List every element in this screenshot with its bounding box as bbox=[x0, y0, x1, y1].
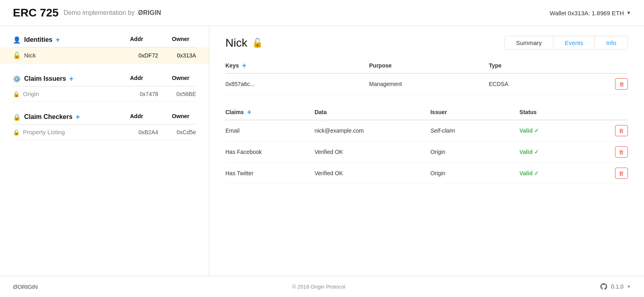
check-icon-1: ✓ bbox=[534, 149, 539, 155]
keys-col-header: Keys + bbox=[225, 62, 369, 69]
claim-action-1: 🗑 bbox=[609, 146, 628, 158]
claim-issuer-owner-origin: 0x56BE bbox=[168, 91, 196, 97]
trash-icon-claim-2: 🗑 bbox=[619, 170, 624, 176]
add-claim-issuer-button[interactable]: + bbox=[69, 75, 74, 82]
claim-data-0: nick@example.com bbox=[314, 127, 430, 134]
claim-issuer-name-origin: 🔒 Origin bbox=[13, 90, 126, 97]
issuer-col-header: Issuer bbox=[430, 109, 519, 115]
footer-origin-logo: ØORIGIN bbox=[13, 283, 38, 290]
lock-icon-2: 🔒 bbox=[13, 113, 21, 121]
claim-issuer-addr-origin: 0x7478 bbox=[126, 91, 158, 97]
lock-icon: 🔒 bbox=[13, 91, 20, 97]
claim-row-0: Email nick@example.com Self-claim Valid … bbox=[225, 120, 628, 141]
trash-icon-claim-1: 🗑 bbox=[619, 149, 624, 155]
identities-addr-col: Addr bbox=[130, 36, 153, 42]
identities-owner-col: Owner bbox=[172, 36, 194, 42]
claim-row-2: Has Twitter Verified OK Origin Valid ✓ 🗑 bbox=[225, 163, 628, 184]
claim-checkers-title: 🔒 Claim Checkers + bbox=[13, 113, 80, 121]
delete-claim-0-button[interactable]: 🗑 bbox=[615, 125, 628, 136]
type-col-header: Type bbox=[489, 62, 609, 69]
add-identity-button[interactable]: + bbox=[56, 36, 60, 43]
tab-summary[interactable]: Summary bbox=[505, 36, 553, 49]
claim-checkers-owner-col: Owner bbox=[172, 113, 194, 119]
claim-issuer-1: Origin bbox=[430, 149, 519, 155]
claim-issuers-section: ⚙️ Claim Issuers + Addr Owner 🔒 Origin 0… bbox=[13, 75, 196, 102]
claim-issuers-cols: Addr Owner bbox=[130, 75, 196, 81]
delete-key-0-button[interactable]: 🗑 bbox=[615, 78, 628, 90]
add-claim-checker-button[interactable]: + bbox=[76, 113, 80, 121]
claim-status-2: Valid ✓ bbox=[520, 170, 609, 176]
tabs-container: Summary Events Info bbox=[504, 36, 628, 50]
identity-item-nick[interactable]: 🔓 Nick 0xDF72 0x313A bbox=[0, 47, 209, 63]
add-key-button[interactable]: + bbox=[242, 62, 246, 69]
header-left: ERC 725 Demo implementation by ØRIGIN bbox=[13, 6, 161, 19]
claim-issuers-header: ⚙️ Claim Issuers + Addr Owner bbox=[13, 75, 196, 83]
claim-checker-owner-property: 0xCd5e bbox=[168, 129, 196, 135]
claim-checkers-addr-col: Addr bbox=[130, 113, 153, 119]
header: ERC 725 Demo implementation by ØRIGIN Wa… bbox=[0, 0, 644, 26]
keys-table: Keys + Purpose Type 0x857a6c... Manageme… bbox=[225, 58, 628, 95]
add-claim-button[interactable]: + bbox=[247, 109, 252, 116]
claim-issuers-title: ⚙️ Claim Issuers + bbox=[13, 75, 74, 83]
claim-action-2: 🗑 bbox=[609, 168, 628, 179]
identity-header: Nick 🔓 Summary Events Info bbox=[225, 36, 628, 50]
version-label: 0.1.0 bbox=[611, 283, 623, 290]
app-subtitle: Demo implementation by ØRIGIN bbox=[64, 9, 161, 16]
claim-issuers-addr-col: Addr bbox=[130, 75, 153, 81]
main-content: 👤 Identities + Addr Owner 🔓 Nick 0xDF72 … bbox=[0, 26, 644, 276]
trash-icon: 🗑 bbox=[619, 81, 624, 87]
keys-table-header: Keys + Purpose Type bbox=[225, 58, 628, 74]
claim-issuer-2: Origin bbox=[430, 170, 519, 176]
claim-name-1: Has Facebook bbox=[225, 149, 314, 155]
identity-unlock-icon: 🔓 bbox=[252, 38, 263, 48]
gear-icon: ⚙️ bbox=[13, 75, 21, 83]
purpose-col-header: Purpose bbox=[369, 62, 489, 69]
delete-claim-2-button[interactable]: 🗑 bbox=[615, 168, 628, 179]
wallet-label: Wallet 0x313A: 1.8969 ETH bbox=[550, 10, 624, 16]
data-col-header: Data bbox=[314, 109, 430, 115]
claim-issuer-0: Self-claim bbox=[430, 127, 519, 134]
identities-section-header: 👤 Identities + Addr Owner bbox=[13, 36, 196, 44]
identity-addr-nick: 0xDF72 bbox=[126, 52, 158, 59]
claim-data-2: Verified OK bbox=[314, 170, 430, 176]
claim-checkers-cols: Addr Owner bbox=[130, 113, 196, 119]
claim-checker-item-property[interactable]: 🔒 Property Listing 0xB2A4 0xCd5e bbox=[13, 125, 196, 140]
github-icon bbox=[600, 283, 608, 291]
claim-name-0: Email bbox=[225, 127, 314, 134]
claims-col-header: Claims + bbox=[225, 109, 314, 116]
left-panel: 👤 Identities + Addr Owner 🔓 Nick 0xDF72 … bbox=[0, 26, 209, 276]
identity-owner-nick: 0x313A bbox=[168, 52, 196, 59]
app-title: ERC 725 bbox=[13, 6, 59, 19]
claim-data-1: Verified OK bbox=[314, 149, 430, 155]
tab-events[interactable]: Events bbox=[553, 36, 595, 49]
claim-action-0: 🗑 bbox=[609, 125, 628, 136]
claims-table-header: Claims + Data Issuer Status bbox=[225, 104, 628, 120]
identities-title: 👤 Identities + bbox=[13, 36, 60, 44]
version-chevron-icon: ▼ bbox=[627, 284, 631, 289]
claim-name-2: Has Twitter bbox=[225, 170, 314, 176]
tab-info[interactable]: Info bbox=[595, 36, 627, 49]
wallet-selector[interactable]: Wallet 0x313A: 1.8969 ETH ▼ bbox=[550, 10, 631, 16]
key-row-0: 0x857a6c... Management ECDSA 🗑 bbox=[225, 74, 628, 95]
key-purpose-0: Management bbox=[369, 81, 489, 87]
trash-icon-claim-0: 🗑 bbox=[619, 128, 624, 134]
claim-checkers-header: 🔒 Claim Checkers + Addr Owner bbox=[13, 113, 196, 121]
identity-name-nick: 🔓 Nick bbox=[13, 51, 126, 59]
claim-checkers-section: 🔒 Claim Checkers + Addr Owner 🔒 Property… bbox=[13, 113, 196, 140]
claim-status-1: Valid ✓ bbox=[520, 149, 609, 155]
claim-checker-name-property: 🔒 Property Listing bbox=[13, 129, 126, 135]
delete-claim-1-button[interactable]: 🗑 bbox=[615, 146, 628, 158]
status-col-header: Status bbox=[520, 109, 609, 115]
claim-issuer-item-origin[interactable]: 🔒 Origin 0x7478 0x56BE bbox=[13, 86, 196, 102]
claim-issuers-owner-col: Owner bbox=[172, 75, 194, 81]
check-icon-2: ✓ bbox=[534, 170, 539, 176]
identity-display-name: Nick 🔓 bbox=[225, 37, 263, 49]
person-icon: 👤 bbox=[13, 36, 21, 44]
key-action-0: 🗑 bbox=[609, 78, 628, 90]
claims-table: Claims + Data Issuer Status Email nick@e… bbox=[225, 104, 628, 184]
claim-status-0: Valid ✓ bbox=[520, 127, 609, 134]
identities-cols: Addr Owner bbox=[130, 36, 196, 42]
right-panel: Nick 🔓 Summary Events Info Keys + bbox=[209, 26, 644, 276]
unlock-icon: 🔓 bbox=[13, 51, 21, 59]
footer-version: 0.1.0 ▼ bbox=[600, 283, 631, 291]
